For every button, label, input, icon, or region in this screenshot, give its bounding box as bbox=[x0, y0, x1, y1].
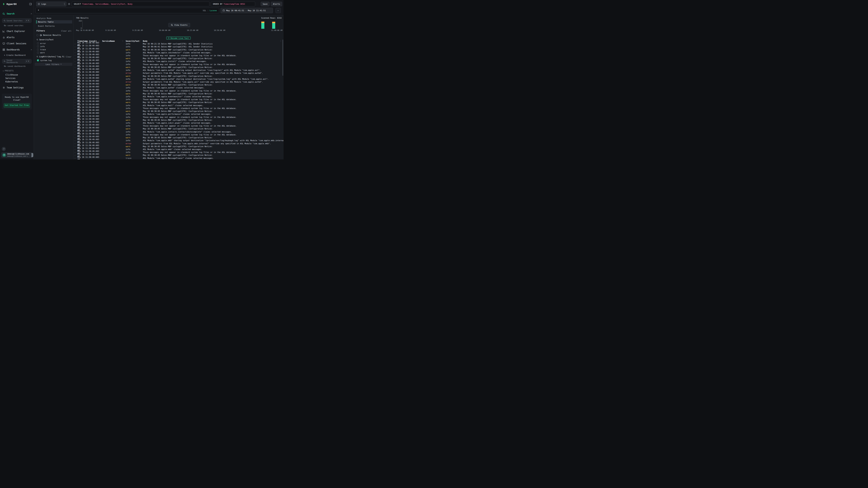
row-expand-icon[interactable]: › bbox=[73, 52, 77, 54]
log-row[interactable]: ›May 16 11:38:40.683 AMerrorOutput param… bbox=[73, 142, 283, 145]
row-expand-icon[interactable]: › bbox=[73, 104, 77, 106]
clear-all-filters-button[interactable]: Clear all bbox=[61, 30, 71, 32]
saved-searches-input[interactable]: Saved Searches ⌘ K bbox=[2, 19, 31, 23]
row-expand-icon[interactable]: › bbox=[73, 145, 77, 147]
table-menu-icon[interactable]: ⋮ bbox=[280, 40, 282, 42]
log-row[interactable]: ›May 16 11:38:40.683 AMwarnMay 16 00:30:… bbox=[73, 66, 283, 69]
sidebar-item-chart-explorer[interactable]: Chart Explorer bbox=[2, 29, 32, 33]
row-expand-icon[interactable]: › bbox=[73, 96, 77, 98]
log-row[interactable]: ›May 16 11:38:40.683 AMwarnMay 16 00:30:… bbox=[73, 57, 283, 60]
row-expand-icon[interactable]: › bbox=[73, 55, 77, 56]
filter-option-info[interactable]: info bbox=[37, 45, 72, 48]
log-row[interactable]: ›May 16 11:38:40.683 AMinfoASL Module "c… bbox=[73, 86, 283, 89]
create-dashboard-button[interactable]: + Create Dashboard bbox=[4, 54, 26, 56]
histogram-bar-1[interactable] bbox=[272, 22, 275, 29]
log-row[interactable]: ›May 16 11:38:40.683 AMinfoASL Module "c… bbox=[73, 60, 283, 63]
log-row[interactable]: ›May 16 11:38:40.683 AMinfoASL Module "c… bbox=[73, 104, 283, 107]
log-row[interactable]: ›May 16 11:38:40.683 AMerrorOutput param… bbox=[73, 72, 283, 74]
log-row[interactable]: ›May 16 11:38:40.683 AMinfoThose message… bbox=[73, 54, 283, 57]
facet-clear-button[interactable]: Clear bbox=[66, 56, 71, 58]
log-row[interactable]: ›May 16 11:38:40.683 AMinfoMay 16 00:21:… bbox=[73, 42, 283, 45]
vertical-scrollbar[interactable] bbox=[282, 40, 283, 76]
log-row[interactable]: ›May 16 11:38:40.683 AMinfoASL Module "c… bbox=[73, 139, 283, 142]
presets-section-toggle[interactable]: PRESETS bbox=[3, 70, 14, 72]
save-button[interactable]: Save bbox=[261, 2, 270, 6]
row-expand-icon[interactable]: › bbox=[73, 48, 77, 51]
sidebar-item-search[interactable]: Search bbox=[2, 11, 32, 16]
row-expand-icon[interactable]: › bbox=[73, 81, 77, 83]
source-settings-gear-icon[interactable] bbox=[67, 2, 71, 6]
denoise-results-toggle[interactable]: Denoise Results bbox=[36, 34, 61, 36]
log-row[interactable]: ›May 16 11:38:40.683 AMinfoASL Module "c… bbox=[73, 122, 283, 124]
preset-item-kubernetes[interactable]: Kubernetes bbox=[5, 80, 18, 83]
analysis-mode-results-table[interactable]: Results Table bbox=[36, 20, 72, 24]
log-row[interactable]: ›May 16 11:38:40.683 AMinfoThose message… bbox=[73, 98, 283, 101]
log-row[interactable]: ›May 16 11:38:40.683 AMwarnMay 16 00:30:… bbox=[73, 101, 283, 104]
log-row[interactable]: ›May 16 11:38:40.683 AMinfoThose message… bbox=[73, 151, 283, 154]
preset-item-clickhouse[interactable]: Clickhouse bbox=[5, 73, 18, 76]
saved-dashboards-input[interactable]: Saved Dashboards ⌘ K bbox=[2, 59, 31, 63]
checkbox-trace[interactable] bbox=[37, 48, 39, 51]
order-by-input[interactable]: ORDER BY TimestampTime DESC bbox=[211, 2, 255, 6]
row-expand-icon[interactable]: › bbox=[73, 116, 77, 118]
histogram-bar-0[interactable] bbox=[261, 22, 265, 29]
log-row[interactable]: ›May 16 11:38:40.683 AMwarnMay 16 00:30:… bbox=[73, 136, 283, 139]
row-expand-icon[interactable]: › bbox=[73, 128, 77, 130]
row-expand-icon[interactable]: › bbox=[73, 90, 77, 92]
filter-option-warn[interactable]: warn bbox=[37, 51, 72, 54]
row-expand-icon[interactable]: › bbox=[73, 69, 77, 71]
row-expand-icon[interactable]: › bbox=[73, 142, 77, 144]
log-row[interactable]: ›May 16 11:38:40.683 AMwarnMay 16 00:30:… bbox=[73, 92, 283, 95]
checkbox-error[interactable] bbox=[37, 42, 39, 44]
row-expand-icon[interactable]: › bbox=[73, 46, 77, 48]
row-expand-icon[interactable]: › bbox=[73, 63, 77, 65]
row-expand-icon[interactable]: › bbox=[73, 107, 77, 109]
row-expand-icon[interactable]: › bbox=[73, 66, 77, 68]
language-toggle-sql[interactable]: SQL bbox=[203, 9, 206, 12]
search-query-input[interactable]: * SQL | Lucene bbox=[35, 8, 219, 13]
sidebar-item-dashboards[interactable]: Dashboards bbox=[2, 47, 32, 52]
date-range-picker[interactable]: May 16 08:41:51 - May 16 11:41:51 bbox=[221, 8, 273, 13]
log-row[interactable]: ›May 16 11:38:40.683 AMinfoASL Module "c… bbox=[73, 112, 283, 116]
row-expand-icon[interactable]: › bbox=[73, 87, 77, 89]
row-expand-icon[interactable]: › bbox=[73, 151, 77, 153]
row-expand-icon[interactable]: › bbox=[73, 43, 77, 45]
row-expand-icon[interactable]: › bbox=[73, 125, 77, 127]
checkbox-warn[interactable] bbox=[37, 52, 39, 54]
column-menu-icon[interactable]: ⋮ bbox=[140, 40, 141, 42]
log-row[interactable]: ›May 16 11:38:40.683 AMwarnMay 16 00:30:… bbox=[73, 110, 283, 112]
sidebar-item-client-sessions[interactable]: Client Sessions bbox=[2, 41, 32, 46]
user-menu[interactable]: D demos@clickhouse.com demos@clickhouse.… bbox=[1, 152, 31, 158]
source-select[interactable]: Logs bbox=[36, 2, 66, 6]
row-expand-icon[interactable]: › bbox=[73, 113, 77, 115]
row-expand-icon[interactable]: › bbox=[73, 78, 77, 80]
row-expand-icon[interactable]: › bbox=[73, 154, 77, 156]
checkbox-system.log[interactable] bbox=[37, 60, 39, 61]
facet-severitytext[interactable]: SeverityText bbox=[36, 38, 71, 41]
sidebar-collapse-icon[interactable] bbox=[29, 3, 32, 5]
col-severitytext[interactable]: SeverityText bbox=[126, 40, 140, 42]
column-menu-icon[interactable]: ⋮ bbox=[122, 40, 124, 42]
help-button[interactable]: ? bbox=[2, 147, 6, 151]
alerts-button[interactable]: Alerts bbox=[271, 2, 282, 6]
row-expand-icon[interactable]: › bbox=[73, 157, 77, 159]
log-row[interactable]: ›May 16 11:38:40.683 AMinfoThose message… bbox=[73, 124, 283, 127]
log-row[interactable]: ›May 16 11:38:40.683 AMinfoMay 16 00:06:… bbox=[73, 45, 283, 48]
sidebar-item-team-settings[interactable]: Team Settings bbox=[2, 86, 32, 90]
row-expand-icon[interactable]: › bbox=[73, 137, 77, 139]
log-row[interactable]: ›May 16 11:38:40.683 AMinfoThose message… bbox=[73, 107, 283, 110]
row-expand-icon[interactable]: › bbox=[73, 139, 77, 141]
view-events-button[interactable]: View Events bbox=[168, 23, 190, 27]
facet-log-file-name[interactable]: LogAttributes['log.file.nam Clear bbox=[36, 56, 71, 58]
row-expand-icon[interactable]: › bbox=[73, 58, 77, 60]
less-filters-button[interactable]: Less filters bbox=[35, 63, 72, 66]
language-toggle-lucene[interactable]: Lucene bbox=[210, 9, 217, 12]
row-expand-icon[interactable]: › bbox=[73, 148, 77, 150]
log-row[interactable]: ›May 16 11:38:40.683 AMinfoThose message… bbox=[73, 116, 283, 119]
log-row[interactable]: ›May 16 11:38:40.683 AMerrorOutput param… bbox=[73, 80, 283, 83]
row-expand-icon[interactable]: › bbox=[73, 122, 77, 124]
live-tail-play-button[interactable]: ▷ bbox=[276, 8, 281, 13]
filter-option-error[interactable]: error bbox=[37, 42, 72, 45]
row-expand-icon[interactable]: › bbox=[73, 131, 77, 133]
log-row[interactable]: ›May 16 11:38:40.683 AMinfoASL Module "c… bbox=[73, 130, 283, 133]
